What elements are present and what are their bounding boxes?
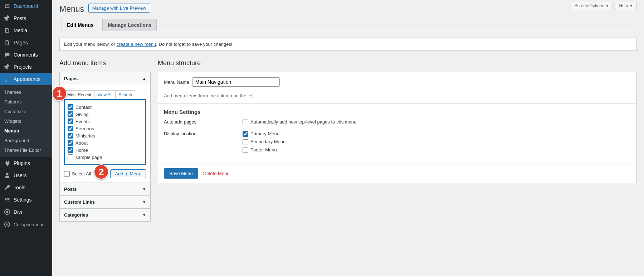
filter-view-all[interactable]: View All xyxy=(94,91,116,99)
svg-point-1 xyxy=(6,211,8,213)
acc-categories: Categories▼ xyxy=(59,208,151,222)
main-content: Screen Options ▼ Help ▼ Menus Manage wit… xyxy=(52,0,644,276)
sub-background[interactable]: Background xyxy=(0,136,52,145)
location-option[interactable]: Secondary Menu xyxy=(243,139,286,145)
save-menu-button[interactable]: Save Menu xyxy=(164,168,198,179)
acc-posts: Posts▼ xyxy=(59,183,151,196)
page-item[interactable]: Ministries xyxy=(68,132,142,139)
comment-icon xyxy=(4,51,11,58)
user-icon xyxy=(4,172,11,179)
page-item[interactable]: Giving xyxy=(68,111,142,118)
filter-most-recent[interactable]: Most Recent xyxy=(64,91,94,99)
menu-settings-heading: Menu Settings xyxy=(164,109,631,115)
sidebar-item-users[interactable]: Users xyxy=(0,169,52,181)
admin-sidebar: Dashboard Posts Media Pages Comments Pro… xyxy=(0,0,52,276)
pages-icon xyxy=(4,39,11,46)
filter-search[interactable]: Search xyxy=(116,91,135,99)
plug-icon xyxy=(4,160,11,167)
add-to-menu-button[interactable]: Add to Menu xyxy=(110,169,146,178)
chevron-down-icon: ▼ xyxy=(142,187,146,191)
pages-checklist: ContactGivingEventsSermonsMinistriesAbou… xyxy=(64,99,146,165)
sub-theme-editor[interactable]: Theme File Editor xyxy=(0,145,52,155)
screen-options-button[interactable]: Screen Options ▼ xyxy=(571,2,613,10)
appearance-submenu: Themes Patterns Customize Widgets Menus … xyxy=(0,85,52,157)
structure-hint: Add menu items from the column on the le… xyxy=(164,93,631,98)
live-preview-button[interactable]: Manage with Live Preview xyxy=(88,4,150,13)
sub-menus[interactable]: Menus xyxy=(0,126,52,136)
auto-add-label: Auto add pages xyxy=(164,119,243,127)
page-item[interactable]: About xyxy=(68,139,142,146)
sidebar-item-media[interactable]: Media xyxy=(0,24,52,37)
menu-structure-column: Menu structure Menu Name Add menu items … xyxy=(158,57,637,183)
chevron-down-icon: ▼ xyxy=(606,4,609,8)
sidebar-item-posts[interactable]: Posts xyxy=(0,12,52,24)
menu-tabs: Edit Menus Manage Locations xyxy=(59,19,637,31)
page-title: Menus xyxy=(59,0,84,15)
display-location-label: Display location xyxy=(164,131,243,155)
callout-badge-1: 1 xyxy=(52,86,67,101)
page-item[interactable]: Sermons xyxy=(68,125,142,132)
select-all[interactable]: Select All xyxy=(64,170,91,178)
sub-themes[interactable]: Themes xyxy=(0,87,52,97)
wrench-icon xyxy=(4,184,11,191)
sub-patterns[interactable]: Patterns xyxy=(0,97,52,107)
menu-name-label: Menu Name xyxy=(164,79,189,85)
structure-heading: Menu structure xyxy=(158,59,637,67)
acc-custom-toggle[interactable]: Custom Links▼ xyxy=(60,196,150,208)
page-item[interactable]: Events xyxy=(68,118,142,125)
acc-pages: Pages▲ 1 Most Recent View All Search Con… xyxy=(59,72,151,183)
menu-panel: Menu Name Add menu items from the column… xyxy=(158,72,637,183)
pin-icon xyxy=(4,63,11,71)
create-menu-link[interactable]: create a new menu xyxy=(117,42,156,47)
tab-manage-locations[interactable]: Manage Locations xyxy=(102,19,157,31)
add-items-column: Add menu items Pages▲ 1 Most Recent View… xyxy=(59,57,151,221)
sidebar-item-projects[interactable]: Projects xyxy=(0,61,52,73)
page-item[interactable]: Home xyxy=(68,146,142,154)
collapse-menu[interactable]: Collapse menu xyxy=(0,218,52,231)
chevron-down-icon: ▼ xyxy=(629,4,633,8)
sidebar-item-settings[interactable]: Settings xyxy=(0,194,52,206)
sub-customize[interactable]: Customize xyxy=(0,107,52,116)
chevron-down-icon: ▼ xyxy=(142,213,146,217)
help-button[interactable]: Help ▼ xyxy=(615,2,637,10)
menu-name-input[interactable] xyxy=(192,77,280,87)
page-item[interactable]: Contact xyxy=(68,103,142,111)
acc-cats-toggle[interactable]: Categories▼ xyxy=(60,209,150,221)
brush-icon xyxy=(4,76,11,83)
chevron-down-icon: ▼ xyxy=(142,200,146,204)
auto-add-checkbox[interactable]: Automatically add new top-level pages to… xyxy=(243,119,356,125)
sidebar-item-plugins[interactable]: Plugins xyxy=(0,157,52,169)
sidebar-item-comments[interactable]: Comments xyxy=(0,49,52,61)
gauge-icon xyxy=(4,3,11,10)
sidebar-item-dashboard[interactable]: Dashboard xyxy=(0,0,52,12)
sliders-icon xyxy=(4,196,11,203)
page-filter-tabs: Most Recent View All Search xyxy=(64,90,135,99)
edit-notice: Edit your menu below, or create a new me… xyxy=(59,38,637,51)
location-option[interactable]: Footer Menu xyxy=(243,147,286,153)
sidebar-item-appearance[interactable]: Appearance xyxy=(0,73,52,85)
acc-posts-toggle[interactable]: Posts▼ xyxy=(60,183,150,195)
sidebar-item-pages[interactable]: Pages xyxy=(0,37,52,49)
sub-widgets[interactable]: Widgets xyxy=(0,116,52,126)
sidebar-item-tools[interactable]: Tools xyxy=(0,181,52,194)
add-items-heading: Add menu items xyxy=(59,59,151,67)
callout-badge-2: 2 xyxy=(94,164,109,179)
collapse-icon xyxy=(4,221,11,228)
acc-custom-links: Custom Links▼ xyxy=(59,195,151,209)
page-item[interactable]: sample page xyxy=(68,154,142,161)
divi-icon xyxy=(4,208,11,216)
pin-icon xyxy=(4,15,11,22)
location-option[interactable]: Primary Menu xyxy=(243,131,286,137)
media-icon xyxy=(4,27,11,34)
tab-edit-menus[interactable]: Edit Menus xyxy=(62,19,99,31)
acc-pages-toggle[interactable]: Pages▲ xyxy=(60,72,150,85)
delete-menu-link[interactable]: Delete Menu xyxy=(202,169,231,178)
chevron-up-icon: ▲ xyxy=(142,77,146,81)
sidebar-item-divi[interactable]: Divi xyxy=(0,206,52,218)
